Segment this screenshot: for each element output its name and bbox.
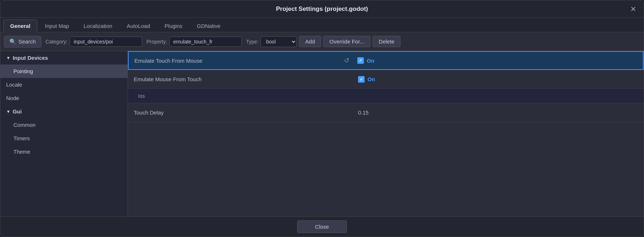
chevron-down-icon: ▼ [6, 55, 11, 61]
category-label: Category: [46, 39, 68, 45]
reset-button[interactable]: ↺ [342, 56, 352, 65]
tab-localization[interactable]: Localization [77, 20, 119, 32]
delete-button[interactable]: Delete [373, 36, 400, 47]
checkbox-icon[interactable]: ✓ [357, 57, 364, 64]
sidebar-item-common[interactable]: Common [0, 118, 128, 132]
sidebar-item-label: Node [6, 95, 19, 101]
sidebar-item-label: Timers [13, 135, 30, 141]
sidebar-item-label: Pointing [13, 68, 33, 74]
setting-name: Emulate Touch From Mouse [134, 58, 342, 64]
checkbox-icon[interactable]: ✓ [358, 76, 365, 83]
sidebar-item-gui[interactable]: ▼Gui [0, 105, 128, 118]
property-input[interactable] [169, 37, 242, 47]
on-label: On [367, 76, 375, 82]
footer: Close [0, 216, 644, 237]
settings-row-3[interactable]: Touch Delay0.15 [128, 103, 644, 122]
tab-general[interactable]: General [3, 20, 37, 32]
sidebar-item-theme[interactable]: Theme [0, 145, 128, 158]
settings-panel: Emulate Touch From Mouse↺✓OnEmulate Mous… [128, 51, 644, 216]
sidebar-item-input-devices[interactable]: ▼Input Devices [0, 51, 128, 65]
on-label: On [367, 58, 374, 64]
setting-value[interactable]: ✓On [355, 76, 638, 83]
toolbar: 🔍 Search Category: Property: Type: booli… [0, 32, 644, 51]
sidebar-item-label: Input Devices [13, 55, 48, 61]
search-button[interactable]: 🔍 Search [4, 36, 41, 47]
main-content: ▼Input DevicesPointingLocaleNode▼GuiComm… [0, 51, 644, 216]
tab-autoload[interactable]: AutoLoad [120, 20, 157, 32]
override-button[interactable]: Override For... [323, 36, 370, 47]
category-input[interactable] [70, 37, 142, 47]
type-select[interactable]: boolintfloatStringColorVector2Vector3 [261, 36, 297, 47]
window-close-button[interactable]: ✕ [628, 4, 639, 14]
sidebar: ▼Input DevicesPointingLocaleNode▼GuiComm… [0, 51, 128, 216]
search-icon: 🔍 [9, 38, 16, 45]
setting-name: Touch Delay [134, 109, 355, 116]
close-dialog-button[interactable]: Close [297, 220, 346, 233]
sidebar-item-node[interactable]: Node [0, 91, 128, 105]
section-header-label: Ios [138, 93, 145, 99]
number-value: 0.15 [358, 109, 369, 116]
add-button[interactable]: Add [299, 36, 321, 47]
dialog-title: Project Settings (project.godot) [276, 5, 368, 13]
sidebar-item-locale[interactable]: Locale [0, 78, 128, 91]
tab-plugins[interactable]: Plugins [158, 20, 189, 32]
tab-input-map[interactable]: Input Map [38, 20, 76, 32]
chevron-down-icon: ▼ [6, 109, 11, 114]
tab-gdnative[interactable]: GDNative [190, 20, 227, 32]
project-settings-dialog: Project Settings (project.godot) ✕ Gener… [0, 0, 644, 237]
property-label: Property: [146, 39, 167, 45]
search-label: Search [18, 38, 36, 45]
sidebar-item-timers[interactable]: Timers [0, 132, 128, 145]
setting-value[interactable]: ✓On [354, 57, 637, 64]
title-bar: Project Settings (project.godot) ✕ [0, 0, 644, 18]
settings-row-1[interactable]: Emulate Mouse From Touch✓On [128, 70, 644, 89]
tab-bar: GeneralInput MapLocalizationAutoLoadPlug… [0, 18, 644, 32]
section-header-ios: Ios [128, 89, 644, 103]
setting-name: Emulate Mouse From Touch [134, 76, 355, 82]
sidebar-item-label: Locale [6, 82, 22, 88]
sidebar-item-label: Gui [13, 108, 22, 115]
sidebar-item-label: Theme [13, 149, 30, 155]
setting-value: 0.15 [355, 109, 638, 116]
sidebar-item-pointing[interactable]: Pointing [0, 65, 128, 78]
settings-row-0[interactable]: Emulate Touch From Mouse↺✓On [128, 51, 644, 70]
sidebar-item-label: Common [13, 122, 36, 128]
type-label: Type: [246, 39, 258, 45]
